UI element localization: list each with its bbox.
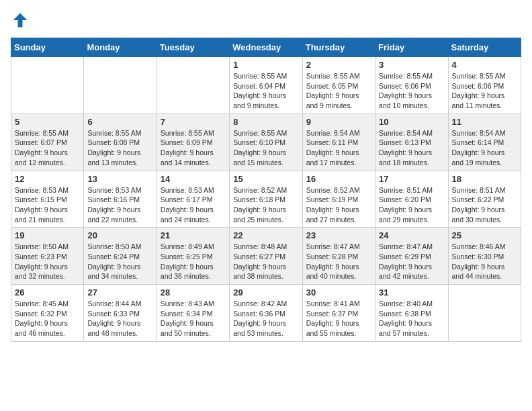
cell-details: Sunrise: 8:45 AM Sunset: 6:32 PM Dayligh… (15, 299, 80, 338)
day-number: 13 (87, 174, 152, 184)
day-number: 19 (15, 230, 80, 240)
calendar-cell: 15Sunrise: 8:52 AM Sunset: 6:18 PM Dayli… (230, 171, 302, 228)
weekday-header: Monday (84, 38, 157, 57)
calendar-cell: 11Sunrise: 8:54 AM Sunset: 6:14 PM Dayli… (448, 113, 521, 171)
calendar-cell: 9Sunrise: 8:54 AM Sunset: 6:11 PM Daylig… (302, 113, 375, 171)
calendar-cell: 14Sunrise: 8:53 AM Sunset: 6:17 PM Dayli… (157, 171, 229, 228)
cell-details: Sunrise: 8:42 AM Sunset: 6:36 PM Dayligh… (233, 299, 298, 338)
day-number: 11 (452, 117, 517, 127)
calendar-week-row: 5Sunrise: 8:55 AM Sunset: 6:07 PM Daylig… (11, 113, 521, 171)
day-number: 5 (15, 117, 80, 127)
weekday-header: Saturday (448, 38, 521, 57)
cell-details: Sunrise: 8:54 AM Sunset: 6:13 PM Dayligh… (379, 128, 444, 168)
day-number: 2 (306, 60, 371, 70)
calendar-week-row: 19Sunrise: 8:50 AM Sunset: 6:23 PM Dayli… (11, 228, 521, 285)
day-number: 25 (452, 230, 517, 240)
cell-details: Sunrise: 8:55 AM Sunset: 6:08 PM Dayligh… (87, 128, 152, 168)
calendar-cell: 20Sunrise: 8:50 AM Sunset: 6:24 PM Dayli… (84, 228, 157, 285)
day-number: 20 (87, 230, 152, 240)
calendar-cell: 30Sunrise: 8:41 AM Sunset: 6:37 PM Dayli… (302, 285, 375, 342)
cell-details: Sunrise: 8:51 AM Sunset: 6:22 PM Dayligh… (452, 185, 517, 225)
day-number: 15 (233, 174, 298, 184)
calendar-cell: 18Sunrise: 8:51 AM Sunset: 6:22 PM Dayli… (448, 171, 521, 228)
day-number: 17 (379, 174, 444, 184)
calendar-cell: 8Sunrise: 8:55 AM Sunset: 6:10 PM Daylig… (230, 113, 302, 171)
cell-details: Sunrise: 8:53 AM Sunset: 6:17 PM Dayligh… (161, 185, 226, 225)
cell-details: Sunrise: 8:55 AM Sunset: 6:04 PM Dayligh… (233, 71, 298, 111)
cell-details: Sunrise: 8:48 AM Sunset: 6:27 PM Dayligh… (233, 242, 298, 281)
calendar-cell: 29Sunrise: 8:42 AM Sunset: 6:36 PM Dayli… (230, 285, 302, 342)
calendar-cell: 26Sunrise: 8:45 AM Sunset: 6:32 PM Dayli… (11, 285, 84, 342)
cell-details: Sunrise: 8:53 AM Sunset: 6:15 PM Dayligh… (15, 185, 80, 225)
weekday-header: Sunday (11, 38, 84, 57)
calendar-cell: 1Sunrise: 8:55 AM Sunset: 6:04 PM Daylig… (230, 57, 302, 114)
calendar-cell: 3Sunrise: 8:55 AM Sunset: 6:06 PM Daylig… (375, 57, 448, 114)
calendar-cell (448, 285, 521, 342)
day-number: 31 (379, 287, 444, 298)
calendar-cell (157, 57, 229, 114)
calendar-cell (11, 57, 84, 114)
day-number: 8 (233, 117, 298, 127)
calendar-week-row: 1Sunrise: 8:55 AM Sunset: 6:04 PM Daylig… (11, 57, 521, 114)
cell-details: Sunrise: 8:52 AM Sunset: 6:19 PM Dayligh… (306, 185, 371, 225)
day-number: 29 (233, 287, 298, 298)
day-number: 12 (15, 174, 80, 184)
cell-details: Sunrise: 8:55 AM Sunset: 6:05 PM Dayligh… (306, 71, 371, 111)
day-number: 22 (233, 230, 298, 240)
logo (11, 11, 32, 30)
day-number: 24 (379, 230, 444, 240)
day-number: 21 (161, 230, 226, 240)
cell-details: Sunrise: 8:44 AM Sunset: 6:33 PM Dayligh… (87, 299, 152, 338)
day-number: 26 (15, 287, 80, 298)
day-number: 1 (233, 60, 298, 70)
calendar-cell: 6Sunrise: 8:55 AM Sunset: 6:08 PM Daylig… (84, 113, 157, 171)
day-number: 3 (379, 60, 444, 70)
cell-details: Sunrise: 8:53 AM Sunset: 6:16 PM Dayligh… (87, 185, 152, 225)
calendar-week-row: 12Sunrise: 8:53 AM Sunset: 6:15 PM Dayli… (11, 171, 521, 228)
calendar-cell: 31Sunrise: 8:40 AM Sunset: 6:38 PM Dayli… (375, 285, 448, 342)
day-number: 9 (306, 117, 371, 127)
cell-details: Sunrise: 8:54 AM Sunset: 6:11 PM Dayligh… (306, 128, 371, 168)
cell-details: Sunrise: 8:50 AM Sunset: 6:24 PM Dayligh… (87, 242, 152, 281)
cell-details: Sunrise: 8:55 AM Sunset: 6:06 PM Dayligh… (452, 71, 517, 111)
cell-details: Sunrise: 8:55 AM Sunset: 6:09 PM Dayligh… (161, 128, 226, 168)
cell-details: Sunrise: 8:51 AM Sunset: 6:20 PM Dayligh… (379, 185, 444, 225)
cell-details: Sunrise: 8:54 AM Sunset: 6:14 PM Dayligh… (452, 128, 517, 168)
cell-details: Sunrise: 8:46 AM Sunset: 6:30 PM Dayligh… (452, 242, 517, 281)
calendar-cell: 16Sunrise: 8:52 AM Sunset: 6:19 PM Dayli… (302, 171, 375, 228)
calendar-cell (84, 57, 157, 114)
weekday-header: Friday (375, 38, 448, 57)
cell-details: Sunrise: 8:49 AM Sunset: 6:25 PM Dayligh… (161, 242, 226, 281)
logo-icon (11, 11, 30, 30)
calendar-week-row: 26Sunrise: 8:45 AM Sunset: 6:32 PM Dayli… (11, 285, 521, 342)
calendar-cell: 19Sunrise: 8:50 AM Sunset: 6:23 PM Dayli… (11, 228, 84, 285)
svg-marker-0 (13, 13, 28, 28)
day-number: 23 (306, 230, 371, 240)
cell-details: Sunrise: 8:47 AM Sunset: 6:28 PM Dayligh… (306, 242, 371, 281)
cell-details: Sunrise: 8:41 AM Sunset: 6:37 PM Dayligh… (306, 299, 371, 338)
day-number: 7 (161, 117, 226, 127)
calendar-table: SundayMondayTuesdayWednesdayThursdayFrid… (11, 38, 521, 342)
weekday-header: Tuesday (157, 38, 229, 57)
cell-details: Sunrise: 8:55 AM Sunset: 6:06 PM Dayligh… (379, 71, 444, 111)
day-number: 28 (161, 287, 226, 298)
calendar-cell: 23Sunrise: 8:47 AM Sunset: 6:28 PM Dayli… (302, 228, 375, 285)
cell-details: Sunrise: 8:55 AM Sunset: 6:07 PM Dayligh… (15, 128, 80, 168)
calendar-cell: 4Sunrise: 8:55 AM Sunset: 6:06 PM Daylig… (448, 57, 521, 114)
cell-details: Sunrise: 8:43 AM Sunset: 6:34 PM Dayligh… (161, 299, 226, 338)
day-number: 14 (161, 174, 226, 184)
calendar-cell: 22Sunrise: 8:48 AM Sunset: 6:27 PM Dayli… (230, 228, 302, 285)
day-number: 27 (87, 287, 152, 298)
day-number: 10 (379, 117, 444, 127)
calendar-cell: 24Sunrise: 8:47 AM Sunset: 6:29 PM Dayli… (375, 228, 448, 285)
day-number: 16 (306, 174, 371, 184)
cell-details: Sunrise: 8:52 AM Sunset: 6:18 PM Dayligh… (233, 185, 298, 225)
day-number: 6 (87, 117, 152, 127)
calendar-cell: 12Sunrise: 8:53 AM Sunset: 6:15 PM Dayli… (11, 171, 84, 228)
weekday-header: Thursday (302, 38, 375, 57)
calendar-cell: 17Sunrise: 8:51 AM Sunset: 6:20 PM Dayli… (375, 171, 448, 228)
cell-details: Sunrise: 8:47 AM Sunset: 6:29 PM Dayligh… (379, 242, 444, 281)
calendar-cell: 27Sunrise: 8:44 AM Sunset: 6:33 PM Dayli… (84, 285, 157, 342)
page-header (11, 11, 521, 30)
calendar-cell: 13Sunrise: 8:53 AM Sunset: 6:16 PM Dayli… (84, 171, 157, 228)
